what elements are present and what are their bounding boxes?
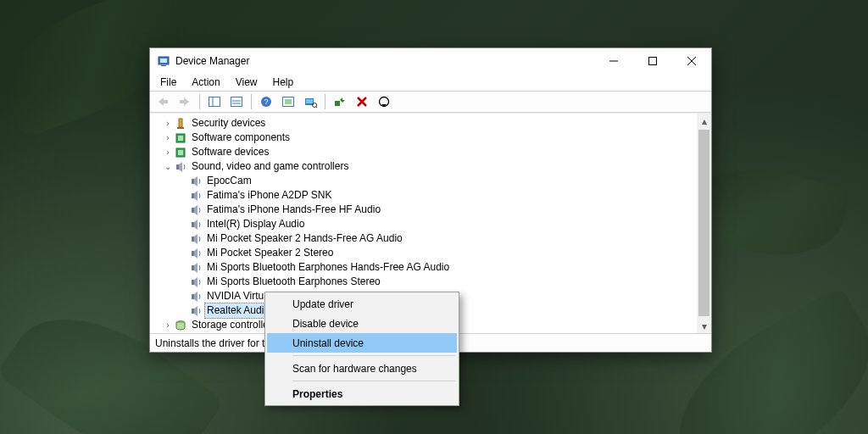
toolbar-scan-button[interactable] xyxy=(301,92,320,111)
vertical-scrollbar[interactable]: ▴ ▾ xyxy=(697,114,711,333)
svg-rect-19 xyxy=(335,101,340,106)
titlebar: Device Manager xyxy=(150,48,711,74)
scroll-thumb[interactable] xyxy=(698,130,709,316)
tree-node[interactable]: Mi Sports Bluetooth Earphones Stereo xyxy=(150,275,697,289)
toolbar-show-hidden-button[interactable] xyxy=(279,92,298,111)
chip-icon xyxy=(174,333,187,334)
svg-rect-30 xyxy=(192,208,194,213)
svg-rect-26 xyxy=(178,150,183,155)
context-menu-item[interactable]: Uninstall device xyxy=(267,333,457,353)
toolbar-forward-button[interactable] xyxy=(175,92,194,111)
svg-line-18 xyxy=(316,107,317,108)
tree-node-label: EpocCam xyxy=(205,174,253,188)
tree-node[interactable]: ›Software devices xyxy=(150,145,697,159)
svg-rect-3 xyxy=(649,58,657,65)
shield-icon xyxy=(174,117,187,131)
context-menu-item[interactable]: Update driver xyxy=(267,294,457,314)
tree-node-label: Software components xyxy=(190,131,292,145)
tree-node[interactable]: ›Security devices xyxy=(150,116,697,131)
toolbar-update-driver-button[interactable] xyxy=(331,92,349,111)
tree-node[interactable]: ⌄Sound, video and game controllers xyxy=(150,159,697,174)
svg-rect-22 xyxy=(177,127,184,129)
speaker-icon xyxy=(189,203,203,217)
tree-node[interactable]: Intel(R) Display Audio xyxy=(150,217,697,231)
svg-rect-4 xyxy=(164,100,168,103)
toolbar-help-button[interactable]: ? xyxy=(257,92,275,111)
svg-rect-14 xyxy=(285,99,292,104)
tree-node-label: Storage controlle xyxy=(190,318,270,332)
tree-node[interactable]: EpocCam xyxy=(150,174,697,188)
context-menu[interactable]: Update driverDisable deviceUninstall dev… xyxy=(264,292,459,406)
expand-icon[interactable]: › xyxy=(162,332,174,333)
tree-node[interactable]: Mi Sports Bluetooth Earphones Hands-Free… xyxy=(150,260,697,275)
speaker-icon xyxy=(189,290,203,303)
svg-rect-33 xyxy=(192,251,194,256)
tree-node-label: Software devices xyxy=(190,145,270,159)
menu-file[interactable]: File xyxy=(153,75,183,90)
toolbar-properties-button[interactable] xyxy=(227,92,246,111)
svg-rect-16 xyxy=(306,99,313,103)
expand-icon[interactable]: › xyxy=(162,145,174,159)
expand-icon[interactable]: › xyxy=(162,318,174,332)
speaker-icon xyxy=(189,232,203,246)
context-menu-item[interactable]: Disable device xyxy=(267,314,457,333)
expand-icon[interactable]: › xyxy=(162,131,174,145)
tree-node-label: Mi Sports Bluetooth Earphones Stereo xyxy=(205,275,382,289)
toolbar-console-tree-button[interactable] xyxy=(205,92,224,111)
scroll-down-arrow-icon[interactable]: ▾ xyxy=(697,319,711,333)
svg-rect-24 xyxy=(178,136,183,141)
svg-rect-8 xyxy=(231,97,242,107)
tree-node-label: Sound, video and game controllers xyxy=(190,159,350,174)
tree-node[interactable]: ›Software components xyxy=(150,131,697,145)
speaker-icon xyxy=(189,261,203,275)
tree-node-label: Mi Sports Bluetooth Earphones Hands-Free… xyxy=(205,260,451,275)
tree-node-label: System devices xyxy=(190,332,264,333)
svg-rect-37 xyxy=(192,309,194,314)
speaker-icon xyxy=(189,304,203,318)
minimize-button[interactable] xyxy=(594,48,633,74)
menu-help[interactable]: Help xyxy=(266,75,301,90)
app-icon xyxy=(157,54,170,68)
toolbar-uninstall-button[interactable] xyxy=(353,92,371,111)
menubar: File Action View Help xyxy=(150,74,711,91)
svg-rect-31 xyxy=(192,222,194,227)
tree-node-label: Mi Pocket Speaker 2 Stereo xyxy=(205,246,335,260)
component-icon xyxy=(174,146,187,159)
toolbar-disable-button[interactable] xyxy=(375,92,393,111)
toolbar-separator xyxy=(325,94,326,109)
toolbar-separator xyxy=(199,94,200,109)
speaker-icon xyxy=(189,189,203,203)
tree-node[interactable]: Fatima's iPhone A2DP SNK xyxy=(150,188,697,203)
svg-rect-32 xyxy=(192,236,194,242)
svg-rect-29 xyxy=(192,193,194,198)
speaker-icon xyxy=(189,275,203,289)
context-menu-separator xyxy=(292,355,455,356)
svg-rect-1 xyxy=(160,58,167,63)
maximize-button[interactable] xyxy=(633,48,672,74)
window-title: Device Manager xyxy=(175,55,594,67)
svg-rect-21 xyxy=(179,119,182,127)
collapse-icon[interactable]: ⌄ xyxy=(162,159,174,174)
toolbar-back-button[interactable] xyxy=(153,92,172,111)
scroll-up-arrow-icon[interactable]: ▴ xyxy=(697,114,711,128)
tree-node-label: Mi Pocket Speaker 2 Hands-Free AG Audio xyxy=(205,231,404,246)
tree-node[interactable]: Mi Pocket Speaker 2 Hands-Free AG Audio xyxy=(150,231,697,246)
expand-icon[interactable]: › xyxy=(162,116,174,131)
close-button[interactable] xyxy=(672,48,711,74)
toolbar-separator xyxy=(251,94,252,109)
context-menu-item[interactable]: Properties xyxy=(267,384,457,403)
svg-rect-5 xyxy=(180,100,184,103)
menu-action[interactable]: Action xyxy=(185,75,226,90)
disk-icon xyxy=(174,319,187,332)
svg-text:?: ? xyxy=(264,97,268,106)
tree-node[interactable]: Mi Pocket Speaker 2 Stereo xyxy=(150,246,697,260)
speaker-icon xyxy=(189,218,203,231)
toolbar: ? xyxy=(150,91,711,113)
svg-rect-28 xyxy=(192,179,194,184)
context-menu-separator xyxy=(292,381,455,381)
tree-node[interactable]: Fatima's iPhone Hands-Free HF Audio xyxy=(150,203,697,217)
menu-view[interactable]: View xyxy=(229,75,264,90)
context-menu-item[interactable]: Scan for hardware changes xyxy=(267,359,457,378)
svg-rect-6 xyxy=(209,97,220,107)
scroll-track[interactable] xyxy=(697,128,711,319)
